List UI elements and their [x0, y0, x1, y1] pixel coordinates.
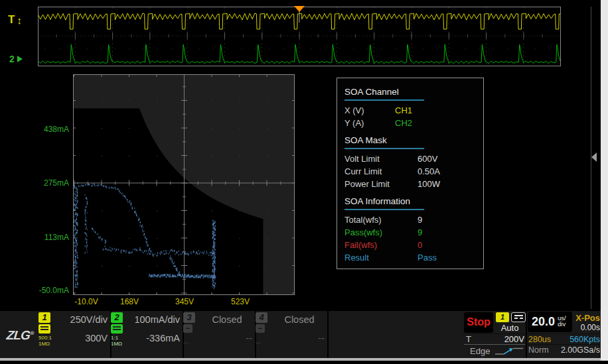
y-tick-label: 438mA: [29, 125, 69, 134]
channel-2-block[interactable]: 2 1:11MΩ 100mA/div -336mA: [111, 311, 183, 358]
divider: [526, 311, 527, 358]
timebase-box[interactable]: 20.0 us/div: [528, 312, 572, 332]
channel-3-coupling-icon[interactable]: −: [183, 324, 192, 333]
row-label: Pass(wfs): [344, 227, 382, 237]
channel-2-coupling-icon[interactable]: [111, 324, 123, 334]
channel-4-attenuation: -:-: [256, 340, 261, 346]
soa-row-y-channel: Y (A) CH2: [344, 118, 483, 131]
soa-row-result: Result Pass: [344, 253, 483, 265]
soa-channel-title: SOA Channel: [344, 87, 483, 97]
channel-4-coupling-icon[interactable]: −: [256, 324, 265, 333]
section-underline: [344, 99, 424, 101]
brand-logo: ZLG®: [6, 328, 34, 343]
timebase-unit: us/div: [558, 315, 566, 327]
y-tick-label: -50.0mA: [29, 286, 69, 295]
channel2-level-marker[interactable]: 2: [9, 54, 23, 64]
section-underline: [344, 209, 424, 210]
row-value: 9: [418, 215, 422, 225]
row-label: Fail(wfs): [344, 240, 377, 250]
menu-collapse-icon[interactable]: [591, 152, 597, 162]
trigger-type[interactable]: Edge: [470, 346, 490, 356]
channel-4-state: Closed: [274, 314, 325, 325]
soa-row-power-limit: Power Limit 100W: [344, 179, 483, 192]
y-tick-label: 275mA: [29, 178, 69, 188]
channel-2-scale: 100mA/div: [134, 314, 180, 325]
channel-1-offset: 300V: [85, 333, 108, 343]
channel-4-badge[interactable]: 4: [256, 312, 267, 323]
trigger-position-marker-icon[interactable]: [294, 6, 305, 12]
trigger-level-marker[interactable]: T ↕: [8, 13, 22, 27]
row-label: Result: [344, 253, 369, 263]
trigger-mode[interactable]: Auto: [494, 323, 526, 333]
row-label: Power Limit: [344, 179, 390, 189]
divider: [327, 311, 329, 358]
channel-2-offset: -336mA: [146, 333, 180, 343]
screen-bezel-right: [601, 0, 608, 361]
channel-3-block[interactable]: 3 − -:- Closed --: [183, 311, 255, 358]
channel2-marker-label: 2: [9, 54, 15, 64]
sample-rate: 2.00GSa/s: [544, 345, 600, 355]
xpos-label: X-Pos: [570, 313, 600, 323]
x-tick-label: 523V: [220, 297, 260, 306]
row-label: Total(wfs): [344, 215, 382, 225]
channel-3-badge[interactable]: 3: [183, 312, 195, 323]
soa-xy-plot: [73, 74, 295, 295]
channel-3-offset: --: [246, 333, 252, 343]
xpos-value[interactable]: 0.00s: [570, 323, 600, 332]
window-time: 280us: [528, 335, 551, 344]
channel-1-attenuation: 500:11MΩ: [38, 335, 52, 347]
trigger-marker-label: T: [8, 13, 15, 27]
channel-1-badge[interactable]: 1: [38, 312, 50, 323]
channel-2-attenuation: 1:11MΩ: [111, 335, 122, 347]
channel-4-block[interactable]: 4 − -:- Closed --: [256, 311, 327, 358]
y-tick-label: 113mA: [29, 233, 69, 242]
memory-depth: 560Kpts: [551, 335, 600, 344]
divider: [464, 344, 525, 345]
divider: [526, 334, 601, 334]
soa-row-curr-limit: Curr Limit 0.50A: [344, 166, 483, 179]
timebase-value: 20.0: [532, 315, 555, 329]
row-value: 600V: [418, 154, 437, 164]
trigger-level-value[interactable]: 200V: [465, 334, 524, 344]
divider: [526, 344, 601, 345]
oscilloscope-screen: T ↕ 2 438mA 275mA 113mA -50.0mA -10.0V 1…: [0, 0, 608, 364]
soa-row-fail: Fail(wfs) 0: [344, 240, 483, 253]
updown-arrow-icon: ↕: [17, 15, 22, 26]
row-label: X (V): [344, 105, 364, 115]
row-value: 0.50A: [418, 166, 440, 176]
row-label: Curr Limit: [344, 166, 382, 176]
channel-1-coupling-icon[interactable]: [38, 324, 50, 334]
soa-info-panel: SOA Channel X (V) CH1 Y (A) CH2 SOA Mask…: [337, 78, 484, 269]
row-label: Volt Limit: [344, 154, 380, 164]
right-arrow-icon: [17, 56, 23, 62]
row-value: Pass: [418, 253, 437, 263]
soa-row-volt-limit: Volt Limit 600V: [344, 154, 483, 166]
run-state-indicator[interactable]: Stop: [464, 312, 493, 333]
screen-bezel-bottom: [0, 358, 601, 361]
channel-3-state: Closed: [202, 314, 252, 325]
row-value: 9: [418, 227, 422, 237]
trigger-source-badge[interactable]: 1: [496, 312, 509, 322]
trigger-coupling-icon[interactable]: [511, 312, 526, 322]
channel-2-badge[interactable]: 2: [111, 312, 123, 323]
channel-1-scale: 250V/div: [70, 314, 108, 325]
channel-3-attenuation: -:-: [183, 340, 189, 346]
x-tick-label: -10.0V: [66, 297, 106, 306]
row-label: Y (A): [344, 118, 364, 128]
row-value: 100W: [418, 179, 440, 189]
row-value: 0: [418, 240, 422, 250]
soa-row-x-channel: X (V) CH1: [344, 105, 483, 118]
edge-slope-icon: [494, 347, 524, 355]
x-tick-label: 168V: [110, 297, 149, 306]
overview-waveform-strip[interactable]: [38, 7, 561, 66]
x-tick-label: 345V: [165, 297, 204, 306]
channel-4-offset: --: [318, 333, 325, 343]
bottom-status-bar: ZLG® 1 500:11MΩ 250V/div 300V 2 1:11MΩ 1…: [0, 311, 601, 358]
soa-row-pass: Pass(wfs) 9: [344, 227, 483, 240]
soa-information-title: SOA Information: [344, 196, 483, 206]
soa-row-total: Total(wfs) 9: [344, 215, 483, 227]
channel-1-block[interactable]: 1 500:11MΩ 250V/div 300V: [38, 311, 110, 358]
